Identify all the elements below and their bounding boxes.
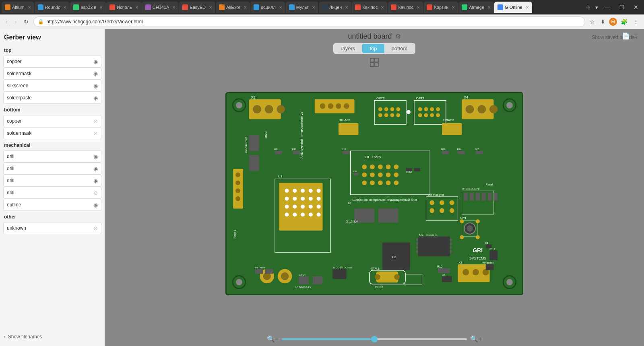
- layer-item[interactable]: drill◉: [3, 150, 101, 163]
- visibility-toggle[interactable]: ◉: [93, 95, 98, 101]
- maximize-button[interactable]: ❐: [615, 4, 629, 10]
- tab-menu-button[interactable]: ▾: [593, 4, 601, 10]
- layer-item[interactable]: unknown⊘: [3, 222, 101, 234]
- svg-text:DC 5/9/12/24 V: DC 5/9/12/24 V: [295, 286, 311, 288]
- extension-button[interactable]: 🧩: [619, 18, 630, 26]
- zoom-bar: 🔍− 🔍+: [105, 332, 644, 346]
- pcb-board[interactable]: X2 OPT2: [225, 92, 523, 295]
- browser-tab[interactable]: Корзин✕: [423, 2, 458, 13]
- visibility-toggle[interactable]: ⊘: [93, 118, 98, 124]
- layer-item[interactable]: drill◉: [3, 175, 101, 187]
- svg-point-52: [235, 173, 240, 177]
- menu-dots-icon[interactable]: ≡: [634, 33, 638, 40]
- browser-tab[interactable]: CH341A✕: [142, 2, 179, 13]
- layer-item[interactable]: soldermask◉: [3, 68, 101, 80]
- layer-item[interactable]: copper◉: [3, 56, 101, 68]
- svg-rect-199: [375, 58, 378, 62]
- svg-point-111: [450, 208, 454, 213]
- zoom-in-icon[interactable]: 🔍+: [470, 335, 482, 343]
- board-title-row: untitled board ⚙: [348, 32, 400, 41]
- download-button[interactable]: ⬇: [599, 18, 607, 26]
- browser-tab[interactable]: Altium✕: [2, 2, 34, 13]
- zoom-slider-track[interactable]: [282, 338, 467, 340]
- svg-text:D5   D6: D5 D6: [406, 171, 412, 173]
- svg-point-43: [490, 105, 498, 113]
- tab-top[interactable]: top: [362, 44, 384, 53]
- svg-point-67: [301, 197, 305, 201]
- browser-tab[interactable]: Мульт✕: [286, 2, 318, 13]
- layer-item[interactable]: silkscreen◉: [3, 80, 101, 92]
- layer-item[interactable]: solderpaste◉: [3, 92, 101, 104]
- svg-point-37: [424, 113, 428, 117]
- zoom-out-icon[interactable]: 🔍−: [267, 335, 279, 343]
- file-icon[interactable]: 📄: [622, 32, 630, 40]
- visibility-toggle[interactable]: ⊘: [93, 130, 98, 136]
- svg-point-33: [424, 107, 428, 111]
- svg-text:X4: X4: [464, 95, 468, 99]
- browser-tab[interactable]: Исполь✕: [106, 2, 141, 13]
- tab-bottom[interactable]: bottom: [384, 44, 415, 53]
- minimize-button[interactable]: —: [601, 4, 615, 10]
- layer-name: drill: [7, 154, 93, 159]
- svg-text:mis  sck  rst: mis sck rst: [426, 234, 437, 236]
- visibility-toggle[interactable]: ◉: [93, 178, 98, 184]
- svg-text:U3: U3: [278, 175, 283, 178]
- zoom-slider-thumb[interactable]: [371, 336, 378, 342]
- layer-item[interactable]: soldermask⊘: [3, 127, 101, 139]
- layer-item[interactable]: outline◉: [3, 199, 101, 211]
- forward-button[interactable]: ›: [12, 18, 19, 26]
- svg-point-91: [370, 173, 375, 177]
- browser-tab[interactable]: Как пос✕: [352, 2, 387, 13]
- gear-icon[interactable]: ⚙: [395, 33, 401, 40]
- menu-button[interactable]: ⋮: [631, 18, 641, 26]
- back-button[interactable]: ‹: [3, 18, 10, 26]
- svg-text:D2: D2: [442, 274, 445, 276]
- browser-tab[interactable]: EasyED✕: [179, 2, 215, 13]
- layer-name: copper: [7, 59, 93, 64]
- show-filenames-button[interactable]: › Show filenames: [3, 331, 101, 343]
- visibility-toggle[interactable]: ◉: [93, 166, 98, 172]
- browser-tab[interactable]: AliExpr✕: [216, 2, 250, 13]
- browser-tab[interactable]: осцилл✕: [250, 2, 285, 13]
- add-board-icon[interactable]: +: [614, 33, 617, 40]
- header: untitled board ⚙ layers top bottom Show …: [105, 29, 644, 56]
- bookmark-button[interactable]: ☆: [588, 18, 597, 26]
- close-button[interactable]: ✕: [630, 4, 642, 10]
- svg-rect-188: [414, 168, 420, 171]
- tab-layers[interactable]: layers: [334, 44, 363, 53]
- svg-text:SYSTEMS: SYSTEMS: [469, 256, 486, 260]
- browser-tab[interactable]: Как пос✕: [388, 2, 423, 13]
- profile-button[interactable]: M: [609, 18, 617, 26]
- visibility-toggle[interactable]: ◉: [93, 83, 98, 89]
- svg-point-55: [235, 196, 240, 201]
- visibility-toggle[interactable]: ◉: [93, 59, 98, 65]
- visibility-toggle[interactable]: ⊘: [93, 190, 98, 196]
- address-bar[interactable]: 🔒 https://www.pcbgogo.com/GerberViewer.h…: [33, 16, 585, 27]
- browser-tab[interactable]: G Online✕: [494, 2, 532, 13]
- fullscreen-button[interactable]: [370, 58, 379, 68]
- browser-tab[interactable]: Roundc✕: [35, 2, 70, 13]
- svg-rect-165: [255, 269, 263, 274]
- svg-point-153: [473, 269, 479, 276]
- visibility-toggle[interactable]: ◉: [93, 154, 98, 160]
- svg-point-94: [394, 173, 398, 177]
- svg-point-73: [309, 205, 313, 209]
- svg-rect-183: [458, 151, 465, 154]
- new-tab-button[interactable]: +: [583, 3, 592, 12]
- svg-point-26: [384, 113, 388, 117]
- layer-item[interactable]: copper⊘: [3, 115, 101, 127]
- browser-tab[interactable]: Лицен✕: [319, 2, 352, 13]
- layer-item[interactable]: drill◉: [3, 163, 101, 175]
- visibility-toggle[interactable]: ⊘: [93, 225, 98, 231]
- visibility-toggle[interactable]: ◉: [93, 202, 98, 208]
- browser-tab[interactable]: esp32 в✕: [70, 2, 106, 13]
- layer-item[interactable]: drill⊘: [3, 187, 101, 199]
- svg-point-96: [370, 180, 375, 185]
- svg-point-87: [378, 165, 383, 169]
- svg-rect-168: [332, 269, 347, 279]
- visibility-toggle[interactable]: ◉: [93, 71, 98, 77]
- browser-tab[interactable]: Atmege✕: [458, 2, 494, 13]
- refresh-button[interactable]: ↻: [21, 18, 31, 26]
- svg-point-68: [309, 197, 313, 201]
- svg-rect-158: [313, 276, 323, 284]
